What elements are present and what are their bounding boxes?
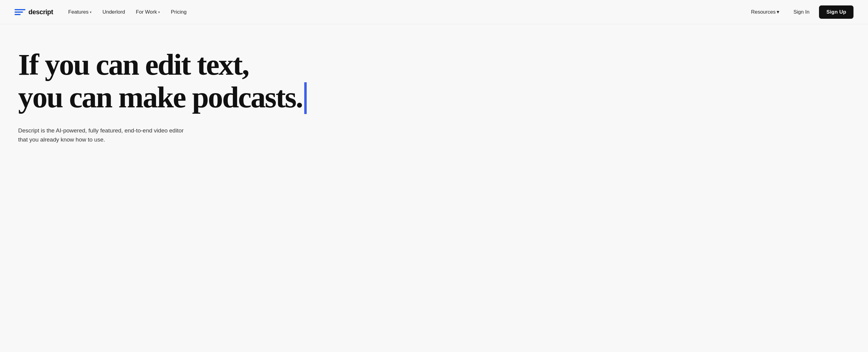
nav-links: Features ▾ Underlord For Work ▾ Pricing [64, 7, 191, 18]
nav-link-forwork[interactable]: For Work ▾ [131, 7, 164, 18]
hero-headline-line2: you can make podcasts. [18, 81, 303, 114]
nav-link-resources[interactable]: Resources ▾ [747, 6, 784, 18]
nav-link-underlord[interactable]: Underlord [98, 7, 129, 18]
chevron-down-icon-resources: ▾ [777, 9, 779, 15]
nav-left: descript Features ▾ Underlord For Work ▾… [14, 7, 191, 18]
nav-link-pricing-label: Pricing [171, 9, 187, 15]
nav-right: Resources ▾ Sign In Sign Up [747, 5, 854, 19]
nav-link-underlord-label: Underlord [102, 9, 125, 15]
hero-subtext: Descript is the AI-powered, fully featur… [18, 126, 187, 145]
nav-link-forwork-label: For Work [136, 9, 157, 15]
chevron-down-icon-forwork: ▾ [158, 10, 160, 14]
cursor-blink [304, 82, 307, 114]
nav-link-features[interactable]: Features ▾ [64, 7, 96, 18]
sign-in-button[interactable]: Sign In [787, 6, 815, 18]
logo-icon [14, 7, 25, 18]
logo[interactable]: descript [14, 7, 53, 18]
chevron-down-icon: ▾ [90, 10, 92, 14]
nav-link-resources-label: Resources [751, 9, 775, 15]
hero-headline: If you can edit text, you can make podca… [18, 49, 381, 117]
sign-up-button[interactable]: Sign Up [819, 5, 854, 19]
hero-subtext-line2: that you already know how to use. [18, 136, 105, 143]
navigation: descript Features ▾ Underlord For Work ▾… [0, 0, 868, 24]
hero-headline-line1: If you can edit text, [18, 48, 249, 81]
nav-link-pricing[interactable]: Pricing [167, 7, 191, 18]
hero-section: If you can edit text, you can make podca… [0, 24, 424, 162]
hero-subtext-line1: Descript is the AI-powered, fully featur… [18, 127, 184, 134]
nav-link-features-label: Features [68, 9, 89, 15]
logo-text: descript [28, 8, 53, 16]
